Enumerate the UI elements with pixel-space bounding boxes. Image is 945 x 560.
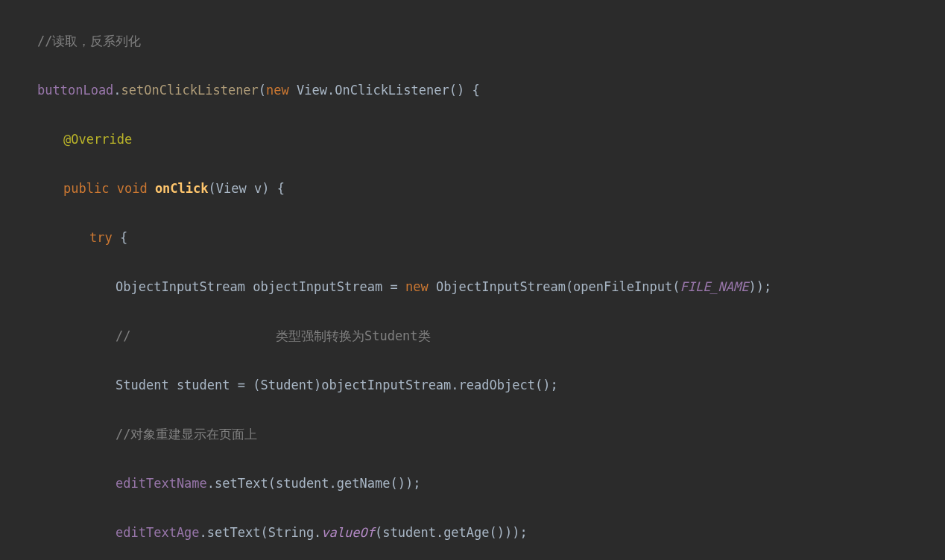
punct: ( — [259, 83, 266, 98]
keyword-try: try — [89, 230, 113, 245]
code-line: @Override — [0, 127, 945, 152]
annotation: @Override — [63, 132, 132, 147]
static-call: valueOf — [321, 525, 375, 540]
code-text: .setText(String. — [200, 525, 322, 540]
comment: //读取，反系列化 — [37, 34, 141, 48]
method-call: setOnClickListener — [121, 83, 259, 98]
comment: 类型强制转换为Student类 — [130, 328, 430, 343]
code-line: // 类型强制转换为Student类 — [0, 324, 945, 349]
code-editor[interactable]: //读取，反系列化 buttonLoad.setOnClickListener(… — [0, 0, 945, 560]
keyword: void — [117, 181, 148, 196]
code-line: try { — [0, 226, 945, 250]
method-decl: onClick — [155, 181, 209, 196]
code-line: //对象重建显示在页面上 — [0, 422, 945, 447]
code-text: (View v) { — [209, 181, 285, 196]
code-line: editTextAge.setText(String.valueOf(stude… — [0, 521, 945, 545]
comment: //对象重建显示在页面上 — [116, 427, 257, 442]
code-line: //读取，反系列化 — [0, 29, 945, 54]
code-text: ObjectInputStream(openFileInput( — [429, 279, 680, 294]
comment: // — [116, 328, 130, 343]
code-text: Student student = (Student)objectInputSt… — [116, 378, 558, 392]
code-text: ObjectInputStream objectInputStream = — [116, 279, 405, 294]
code-line: Student student = (Student)objectInputSt… — [0, 373, 945, 398]
punct: . — [113, 83, 121, 98]
field-ref: editTextAge — [116, 525, 200, 540]
constant: FILE_NAME — [680, 279, 748, 294]
code-line: ObjectInputStream objectInputStream = ne… — [0, 275, 945, 299]
keyword: public — [63, 181, 109, 196]
field-ref: buttonLoad — [37, 83, 113, 98]
code-text: (student.getAge())); — [375, 525, 528, 540]
code-text: .setText(student.getName()); — [207, 476, 421, 491]
code-line: editTextName.setText(student.getName()); — [0, 471, 945, 496]
keyword-new: new — [405, 279, 429, 294]
keyword-new: new — [266, 83, 289, 98]
punct: { — [113, 230, 127, 245]
code-line: buttonLoad.setOnClickListener(new View.O… — [0, 78, 945, 103]
field-ref: editTextName — [116, 476, 207, 491]
code-text: View.OnClickListener() { — [289, 83, 480, 98]
code-line: public void onClick(View v) { — [0, 176, 945, 201]
punct: )); — [749, 279, 772, 294]
